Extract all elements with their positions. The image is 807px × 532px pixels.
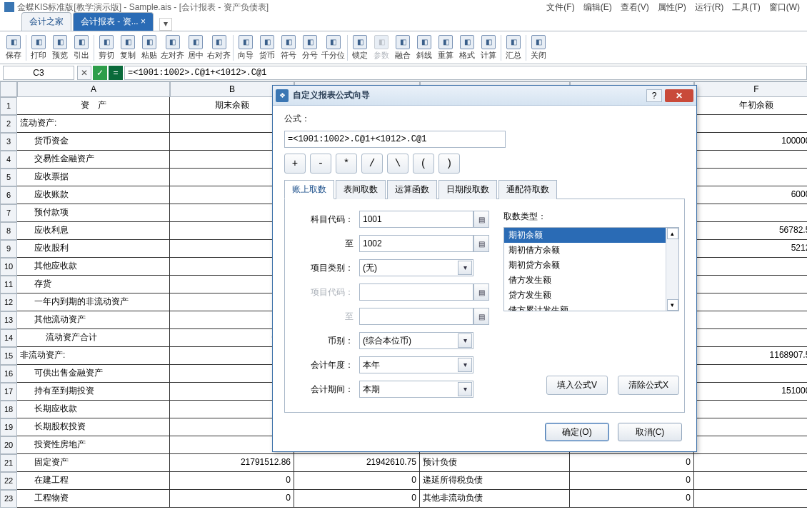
type-option[interactable]: 期初贷方余额 — [504, 258, 678, 273]
toolbar-汇总-button[interactable]: ◧汇总 — [503, 33, 524, 63]
type-option[interactable]: 期初余额 — [504, 228, 678, 243]
cell[interactable]: 预计负债 — [420, 454, 570, 472]
dialog-close-button[interactable]: ✕ — [665, 89, 693, 102]
cell[interactable]: 0 — [694, 401, 807, 418]
cell[interactable]: 其他流动资产 — [17, 311, 170, 329]
toolbar-千分位-button[interactable]: ◧千分位 — [321, 33, 346, 63]
cell[interactable]: 一年内到期的非流动资产 — [17, 293, 170, 311]
ok-button[interactable]: 确定(O) — [545, 423, 609, 441]
cell[interactable]: 0 — [294, 490, 420, 508]
toolbar-符号-button[interactable]: ◧符号 — [278, 33, 299, 63]
type-listbox[interactable]: 期初余额期初借方余额期初贷方余额借方发生额贷方发生额借方累计发生额贷方累计发生额… — [503, 227, 679, 311]
toolbar-预览-button[interactable]: ◧预览 — [49, 33, 71, 63]
toolbar-剪切-button[interactable]: ◧剪切 — [96, 33, 117, 63]
period-select[interactable] — [359, 381, 473, 398]
cell[interactable]: 非流动资产: — [17, 347, 170, 365]
cell[interactable]: 工程物资 — [17, 490, 170, 508]
cell[interactable]: 0 — [694, 472, 807, 490]
cell[interactable]: 0 — [694, 293, 807, 311]
fill-formula-button[interactable]: 填入公式V — [546, 376, 608, 395]
row-header[interactable]: 5 — [0, 169, 17, 186]
cell[interactable]: 交易性金融资产 — [17, 151, 170, 169]
scroll-up-icon[interactable]: ▴ — [667, 228, 678, 239]
row-header[interactable]: 13 — [0, 311, 17, 329]
toolbar-融合-button[interactable]: ◧融合 — [392, 33, 413, 63]
toolbar-关闭-button[interactable]: ◧关闭 — [528, 33, 549, 63]
operator-\-button[interactable]: \ — [387, 154, 408, 174]
subject-to-input[interactable] — [359, 235, 473, 252]
toolbar-计算-button[interactable]: ◧计算 — [478, 33, 499, 63]
cancel-button[interactable]: 取消(C) — [618, 423, 682, 441]
cell[interactable]: 应收账款 — [17, 186, 170, 204]
operator-+-button[interactable]: + — [284, 154, 306, 174]
item-to-picker-icon[interactable]: ▤ — [473, 308, 489, 325]
type-option[interactable]: 借方累计发生额 — [504, 303, 678, 311]
row-header[interactable]: 17 — [0, 383, 17, 401]
item-code-input[interactable] — [359, 283, 473, 301]
toolbar-左对齐-button[interactable]: ◧左对齐 — [160, 33, 185, 63]
cell[interactable]: 1168907.56 — [694, 347, 807, 365]
cell[interactable] — [694, 115, 807, 133]
row-header[interactable]: 18 — [0, 401, 17, 418]
cell[interactable]: 可供出售金融资产 — [17, 365, 170, 383]
menu-item[interactable]: 工具(T) — [729, 0, 763, 15]
row-header[interactable]: 12 — [0, 293, 17, 311]
cell[interactable]: 固定资产 — [17, 454, 170, 472]
cell[interactable]: 持有至到期投资 — [17, 383, 170, 401]
cell[interactable]: 0 — [170, 472, 294, 490]
row-header[interactable]: 20 — [0, 436, 17, 454]
cell[interactable]: 56782.56 — [694, 222, 807, 240]
formula-confirm-button[interactable]: ✓ — [93, 66, 107, 80]
row-header[interactable]: 9 — [0, 240, 17, 258]
cell[interactable]: 60000 — [694, 186, 807, 204]
cell[interactable]: 21942610.75 — [294, 454, 420, 472]
cell[interactable]: 应收利息 — [17, 222, 170, 240]
toolbar-粘贴-button[interactable]: ◧粘贴 — [139, 33, 160, 63]
cell[interactable]: 在建工程 — [17, 472, 170, 490]
cell[interactable]: 0 — [694, 151, 807, 169]
wizard-tab[interactable]: 表间取数 — [336, 180, 386, 199]
toolbar-引出-button[interactable]: ◧引出 — [71, 33, 92, 63]
item-to-input[interactable] — [359, 308, 473, 325]
cell[interactable]: 应收票据 — [17, 169, 170, 186]
cell[interactable]: 0 — [694, 276, 807, 293]
cell[interactable]: 0 — [694, 436, 807, 454]
cell[interactable]: 0 — [570, 454, 694, 472]
wizard-tab[interactable]: 日期段取数 — [438, 180, 497, 199]
subject-to-picker-icon[interactable]: ▤ — [473, 235, 489, 252]
cell[interactable]: 0 — [694, 204, 807, 222]
cell[interactable]: 流动资产: — [17, 115, 170, 133]
toolbar-分号-button[interactable]: ◧分号 — [299, 33, 321, 63]
cell[interactable]: 0 — [170, 490, 294, 508]
dialog-help-button[interactable]: ? — [646, 89, 662, 102]
cell[interactable]: 0 — [294, 472, 420, 490]
tab-report-active[interactable]: 会计报表 - 资... × — [73, 12, 154, 31]
cell-reference-box[interactable]: C3 — [3, 66, 74, 80]
column-header[interactable]: F — [694, 81, 807, 97]
cell[interactable]: 递延所得税负债 — [420, 472, 570, 490]
row-header[interactable]: 22 — [0, 472, 17, 490]
menu-item[interactable]: 窗口(W) — [766, 0, 803, 15]
year-select[interactable] — [359, 356, 473, 373]
toolbar-居中-button[interactable]: ◧居中 — [185, 33, 206, 63]
formula-fx-button[interactable]: = — [109, 66, 123, 80]
subject-code-picker-icon[interactable]: ▤ — [473, 211, 489, 228]
wizard-tab[interactable]: 运算函数 — [387, 180, 437, 199]
item-category-select[interactable] — [359, 259, 473, 276]
cell[interactable]: 其他应收款 — [17, 258, 170, 276]
row-header[interactable]: 11 — [0, 276, 17, 293]
type-scrollbar[interactable]: ▴ ▾ — [666, 228, 678, 311]
type-option[interactable]: 借方发生额 — [504, 273, 678, 288]
row-header[interactable]: 19 — [0, 418, 17, 436]
cell[interactable]: 0 — [570, 490, 694, 508]
row-header[interactable]: 8 — [0, 222, 17, 240]
toolbar-格式-button[interactable]: ◧格式 — [456, 33, 478, 63]
dialog-titlebar[interactable]: ❖ 自定义报表公式向导 ? ✕ — [273, 86, 696, 106]
operator-(-button[interactable]: ( — [413, 154, 434, 174]
cell[interactable]: 其他非流动负债 — [420, 490, 570, 508]
column-header[interactable]: A — [17, 81, 170, 97]
cell[interactable]: 0 — [570, 472, 694, 490]
cell[interactable]: 52125 — [694, 240, 807, 258]
row-header[interactable]: 6 — [0, 186, 17, 204]
chevron-down-icon[interactable]: ▾ — [458, 261, 472, 275]
